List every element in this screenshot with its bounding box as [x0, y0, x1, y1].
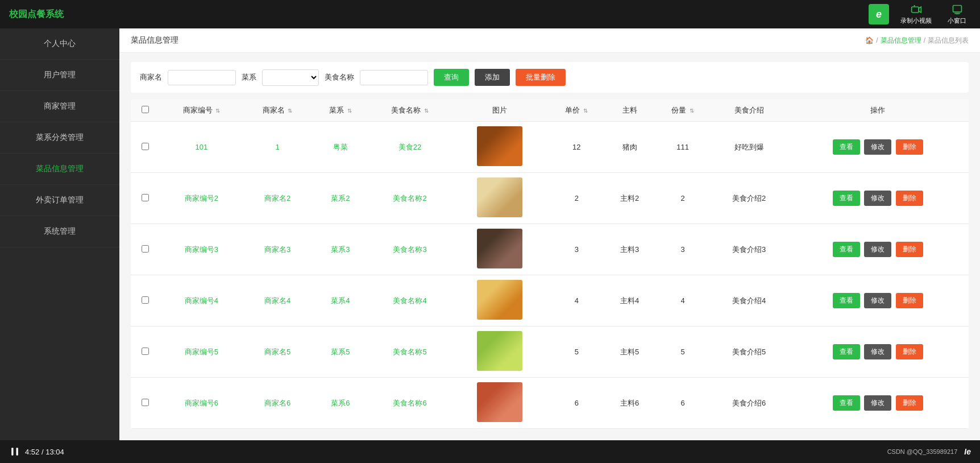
delete-button[interactable]: 删除: [896, 344, 923, 359]
edit-button[interactable]: 修改: [864, 395, 891, 411]
col-portions: 份量 ⇅: [655, 100, 711, 122]
col-dish-name: 美食名称 ⇅: [368, 100, 451, 122]
row-portions: 5: [655, 326, 711, 378]
row-category: 菜系3: [312, 224, 368, 275]
row-price: 3: [549, 224, 605, 275]
pause-button[interactable]: [9, 446, 20, 457]
edit-button[interactable]: 修改: [864, 191, 891, 206]
view-button[interactable]: 查看: [833, 293, 860, 308]
svg-rect-5: [956, 14, 958, 14]
delete-button[interactable]: 删除: [896, 242, 923, 257]
row-actions: 查看 修改 删除: [787, 378, 969, 429]
add-button[interactable]: 添加: [475, 69, 510, 86]
sidebar-item-users[interactable]: 用户管理: [0, 60, 119, 91]
row-category: 菜系2: [312, 173, 368, 224]
view-button[interactable]: 查看: [833, 139, 860, 155]
row-checkbox-cell: [131, 173, 160, 224]
table-row: 商家编号6 商家名6 菜系6 美食名称6 6 主料6 6 美食介绍6 查看 修改…: [131, 378, 969, 429]
row-checkbox[interactable]: [142, 194, 149, 201]
edit-button[interactable]: 修改: [864, 139, 891, 155]
view-button[interactable]: 查看: [833, 242, 860, 257]
row-checkbox[interactable]: [142, 399, 149, 406]
row-checkbox[interactable]: [142, 348, 149, 355]
sort-merchant-id-icon[interactable]: ⇅: [215, 108, 220, 114]
col-price: 单价 ⇅: [549, 100, 605, 122]
col-image: 图片: [451, 100, 549, 122]
category-label: 菜系: [242, 72, 256, 82]
delete-button[interactable]: 删除: [896, 395, 923, 411]
select-all-checkbox[interactable]: [142, 106, 149, 113]
category-select[interactable]: 粤菜 菜系2 菜系3: [262, 69, 319, 86]
sidebar-item-personal[interactable]: 个人中心: [0, 28, 119, 60]
sidebar-item-system[interactable]: 系统管理: [0, 216, 119, 247]
row-price: 12: [549, 122, 605, 173]
view-button[interactable]: 查看: [833, 395, 860, 411]
row-checkbox-cell: [131, 378, 160, 429]
col-ingredients: 主料: [605, 100, 655, 122]
record-video-btn[interactable]: 录制小视频: [896, 2, 936, 27]
row-ingredients: 主料6: [605, 378, 655, 429]
row-merchant-id: 101: [160, 122, 243, 173]
row-dish-name: 美食名称4: [368, 275, 451, 326]
mini-window-btn[interactable]: 小窗口: [943, 2, 971, 27]
csdn-watermark: CSDN @QQ_335989217: [887, 448, 958, 455]
sort-category-icon[interactable]: ⇅: [347, 108, 352, 114]
sort-dish-name-icon[interactable]: ⇅: [424, 108, 429, 114]
ie-badge: Ie: [964, 447, 971, 456]
sort-merchant-name-icon[interactable]: ⇅: [288, 108, 292, 114]
col-merchant-name: 商家名 ⇅: [243, 100, 312, 122]
video-time: 4:52 / 13:04: [25, 448, 64, 456]
row-category: 菜系5: [312, 326, 368, 378]
row-ingredients: 主料4: [605, 275, 655, 326]
delete-button[interactable]: 删除: [896, 139, 923, 155]
row-description: 美食介绍4: [711, 275, 787, 326]
breadcrumb-level1[interactable]: 菜品信息管理: [881, 36, 921, 46]
row-merchant-id: 商家编号6: [160, 378, 243, 429]
view-button[interactable]: 查看: [833, 191, 860, 206]
bottombar: 4:52 / 13:04 CSDN @QQ_335989217 Ie: [0, 440, 980, 463]
table-row: 商家编号2 商家名2 菜系2 美食名称2 2 主料2 2 美食介绍2 查看 修改…: [131, 173, 969, 224]
topbar-right: e 录制小视频 小窗口: [869, 2, 971, 27]
dish-name-input[interactable]: [360, 70, 428, 85]
merchant-name-input[interactable]: [168, 70, 236, 85]
row-category: 菜系4: [312, 275, 368, 326]
row-checkbox[interactable]: [142, 296, 149, 304]
row-actions: 查看 修改 删除: [787, 275, 969, 326]
page-header: 菜品信息管理 🏠 / 菜品信息管理 / 菜品信息列表: [119, 28, 980, 53]
query-button[interactable]: 查询: [434, 69, 469, 86]
edit-button[interactable]: 修改: [864, 242, 891, 257]
row-price: 2: [549, 173, 605, 224]
merchant-name-label: 商家名: [140, 72, 162, 82]
row-dish-name: 美食名称5: [368, 326, 451, 378]
sidebar-item-orders[interactable]: 外卖订单管理: [0, 185, 119, 216]
row-image-cell: [451, 173, 549, 224]
view-button[interactable]: 查看: [833, 344, 860, 359]
sort-portions-icon[interactable]: ⇅: [690, 108, 694, 114]
row-price: 6: [549, 378, 605, 429]
row-description: 美食介绍5: [711, 326, 787, 378]
sidebar-item-categories[interactable]: 菜系分类管理: [0, 122, 119, 154]
edit-button[interactable]: 修改: [864, 293, 891, 308]
batch-delete-button[interactable]: 批量删除: [516, 69, 566, 86]
edit-button[interactable]: 修改: [864, 344, 891, 359]
row-merchant-name: 商家名6: [243, 378, 312, 429]
table-row: 商家编号4 商家名4 菜系4 美食名称4 4 主料4 4 美食介绍4 查看 修改…: [131, 275, 969, 326]
row-category: 菜系6: [312, 378, 368, 429]
row-description: 美食介绍3: [711, 224, 787, 275]
row-checkbox[interactable]: [142, 143, 149, 150]
dish-table: 商家编号 ⇅ 商家名 ⇅ 菜系 ⇅: [131, 100, 969, 429]
row-price: 4: [549, 275, 605, 326]
sidebar-item-merchants[interactable]: 商家管理: [0, 91, 119, 122]
row-image-cell: [451, 224, 549, 275]
delete-button[interactable]: 删除: [896, 191, 923, 206]
e-browser-icon[interactable]: e: [869, 4, 889, 24]
sidebar-item-dishes[interactable]: 菜品信息管理: [0, 154, 119, 185]
row-food-image: [477, 229, 522, 268]
sort-price-icon[interactable]: ⇅: [583, 108, 588, 114]
table-row: 商家编号5 商家名5 菜系5 美食名称5 5 主料5 5 美食介绍5 查看 修改…: [131, 326, 969, 378]
delete-button[interactable]: 删除: [896, 293, 923, 308]
row-checkbox[interactable]: [142, 245, 149, 253]
row-dish-name: 美食名称2: [368, 173, 451, 224]
row-portions: 4: [655, 275, 711, 326]
svg-rect-0: [911, 7, 919, 13]
